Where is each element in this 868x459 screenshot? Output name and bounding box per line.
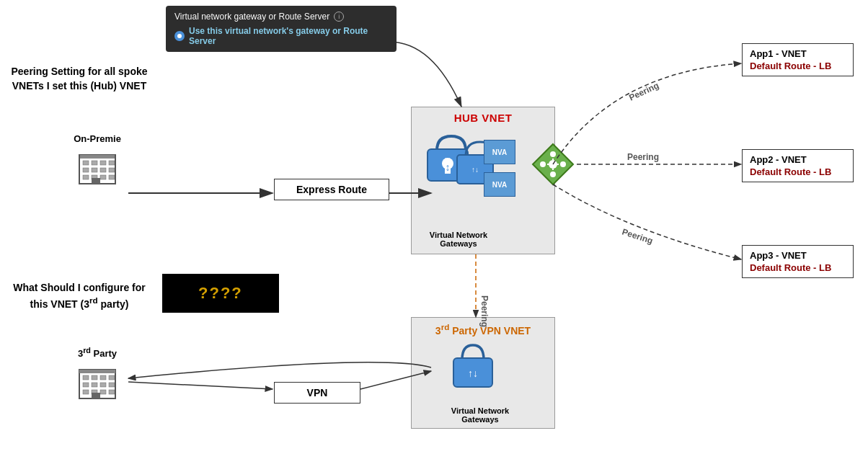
peering-label-1: Peering bbox=[627, 80, 660, 102]
tooltip-title: Virtual network gateway or Route Server … bbox=[174, 12, 388, 22]
left-label-top: Peering Setting for all spoke VNETs I se… bbox=[7, 65, 151, 93]
radio-selected-icon bbox=[174, 31, 185, 41]
svg-line-62 bbox=[128, 382, 273, 389]
svg-rect-52 bbox=[109, 390, 115, 394]
svg-rect-8 bbox=[100, 168, 106, 172]
vpn-vnet-title: 3rd Party VPN VNET bbox=[412, 318, 554, 339]
svg-rect-7 bbox=[92, 168, 97, 172]
app-vnet-2: App2 - VNET Default Route - LB bbox=[742, 149, 854, 182]
third-party-block: 3rd Party bbox=[65, 346, 130, 405]
info-icon: i bbox=[334, 12, 344, 22]
building-icon bbox=[76, 148, 119, 187]
third-party-label: 3rd Party bbox=[65, 346, 130, 359]
on-premie-block: On-Premie bbox=[65, 133, 130, 190]
express-route-label: Express Route bbox=[296, 184, 367, 195]
svg-rect-10 bbox=[83, 175, 89, 179]
svg-rect-1 bbox=[79, 155, 115, 159]
hub-vng-label: Virtual NetworkGateways bbox=[415, 231, 502, 248]
app3-route: Default Route - LB bbox=[750, 262, 846, 273]
on-premie-label: On-Premie bbox=[65, 133, 130, 144]
tooltip-title-text: Virtual network gateway or Route Server bbox=[174, 12, 329, 22]
svg-rect-44 bbox=[109, 375, 115, 380]
svg-point-29 bbox=[560, 161, 566, 167]
svg-rect-41 bbox=[83, 375, 89, 380]
left-label-bottom-text: What Should I configure forthis VNET (3r… bbox=[13, 282, 146, 310]
vpn-label: VPN bbox=[307, 387, 328, 398]
svg-point-30 bbox=[550, 171, 556, 177]
svg-rect-4 bbox=[100, 161, 106, 165]
svg-text:↑↓: ↑↓ bbox=[444, 155, 452, 164]
svg-rect-5 bbox=[109, 161, 115, 165]
app1-label: App1 - VNET bbox=[750, 48, 846, 59]
nva-label-2: NVA bbox=[492, 181, 507, 189]
svg-rect-13 bbox=[109, 175, 115, 179]
svg-rect-42 bbox=[92, 375, 97, 380]
app1-route: Default Route - LB bbox=[750, 61, 846, 71]
app2-label: App2 - VNET bbox=[750, 154, 846, 165]
svg-rect-49 bbox=[83, 390, 89, 394]
app-vnet-3: App3 - VNET Default Route - LB bbox=[742, 245, 854, 278]
tooltip-option: Use this virtual network's gateway or Ro… bbox=[174, 26, 388, 46]
svg-rect-12 bbox=[100, 175, 106, 179]
app3-label: App3 - VNET bbox=[750, 250, 846, 261]
nva-box-2: NVA bbox=[484, 172, 515, 197]
svg-rect-45 bbox=[83, 383, 89, 387]
svg-point-28 bbox=[550, 151, 556, 157]
svg-rect-6 bbox=[83, 168, 89, 172]
nva-box-1: NVA bbox=[484, 140, 515, 164]
left-label-bottom: What Should I configure forthis VNET (3r… bbox=[7, 281, 151, 312]
svg-point-31 bbox=[540, 161, 546, 167]
peering-label-3: Peering bbox=[621, 227, 654, 246]
svg-rect-46 bbox=[92, 383, 97, 387]
app2-route: Default Route - LB bbox=[750, 166, 846, 177]
svg-rect-2 bbox=[83, 161, 89, 165]
svg-rect-9 bbox=[109, 168, 115, 172]
question-box: ???? bbox=[162, 274, 279, 313]
svg-rect-48 bbox=[109, 383, 115, 387]
hub-vnet-title: HUB VNET bbox=[412, 107, 554, 127]
route-server-diamond bbox=[530, 141, 576, 187]
svg-rect-14 bbox=[92, 178, 100, 184]
third-party-building-icon bbox=[76, 362, 119, 402]
svg-rect-47 bbox=[100, 383, 106, 387]
express-route-box: Express Route bbox=[274, 179, 389, 200]
vpn-vnet-gateway-svg: ↑↓ bbox=[448, 339, 498, 390]
svg-rect-3 bbox=[92, 161, 97, 165]
peering-label-2: Peering bbox=[627, 152, 659, 162]
svg-rect-43 bbox=[100, 375, 106, 380]
svg-rect-53 bbox=[92, 393, 100, 398]
svg-point-27 bbox=[549, 160, 557, 169]
svg-text:↑↓: ↑↓ bbox=[468, 367, 478, 379]
question-text: ???? bbox=[198, 284, 243, 302]
svg-text:↑↓: ↑↓ bbox=[471, 166, 479, 174]
svg-rect-51 bbox=[100, 390, 106, 394]
vpn-box: VPN bbox=[274, 382, 360, 404]
svg-rect-40 bbox=[79, 370, 115, 373]
nva-label-1: NVA bbox=[492, 148, 507, 156]
tooltip-option-text: Use this virtual network's gateway or Ro… bbox=[189, 26, 388, 46]
app-vnet-1: App1 - VNET Default Route - LB bbox=[742, 43, 854, 76]
tooltip-box: Virtual network gateway or Route Server … bbox=[166, 6, 397, 52]
vpn-vng-label: Virtual NetworkGateways bbox=[415, 406, 545, 424]
vpn-vnet-container: 3rd Party VPN VNET ↑↓ Virtual NetworkGat… bbox=[411, 317, 555, 429]
diagram-container: Virtual network gateway or Route Server … bbox=[0, 0, 868, 459]
